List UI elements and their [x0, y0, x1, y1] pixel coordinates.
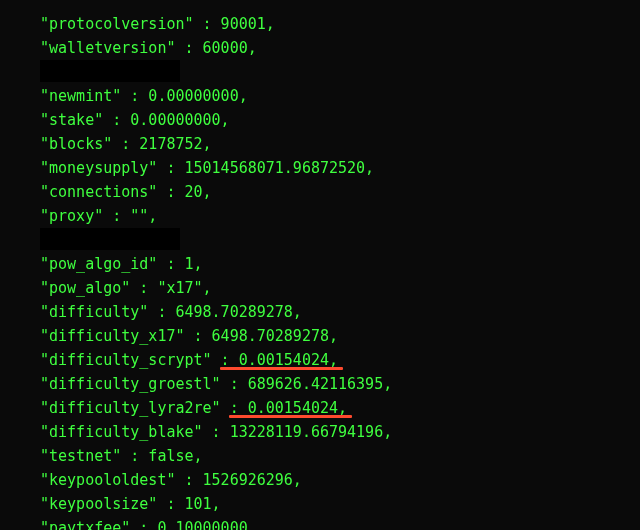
json-line: "difficulty_lyra2re" : 0.00154024, [40, 396, 640, 420]
json-line: "moneysupply" : 15014568071.96872520, [40, 156, 640, 180]
json-line: "protocolversion" : 90001, [40, 12, 640, 36]
highlight-underline [229, 415, 352, 418]
json-line: "newmint" : 0.00000000, [40, 84, 640, 108]
json-line: "proxy" : "", [40, 204, 640, 228]
json-line: "pow_algo" : "x17", [40, 276, 640, 300]
json-line [40, 228, 640, 252]
json-line: "keypoolsize" : 101, [40, 492, 640, 516]
json-line: "difficulty_scrypt" : 0.00154024, [40, 348, 640, 372]
highlight-underline [220, 367, 343, 370]
json-line: "keypoololdest" : 1526926296, [40, 468, 640, 492]
json-line: "difficulty_groestl" : 689626.42116395, [40, 372, 640, 396]
json-line: "pow_algo_id" : 1, [40, 252, 640, 276]
terminal-output: "protocolversion" : 90001,"walletversion… [40, 12, 640, 530]
json-line: "testnet" : false, [40, 444, 640, 468]
json-line: "difficulty" : 6498.70289278, [40, 300, 640, 324]
json-line: "walletversion" : 60000, [40, 36, 640, 60]
json-line: "blocks" : 2178752, [40, 132, 640, 156]
json-line: "difficulty_x17" : 6498.70289278, [40, 324, 640, 348]
json-line: "stake" : 0.00000000, [40, 108, 640, 132]
json-line: "difficulty_blake" : 13228119.66794196, [40, 420, 640, 444]
json-line [40, 60, 640, 84]
json-line: "connections" : 20, [40, 180, 640, 204]
json-line: "paytxfee" : 0.10000000, [40, 516, 640, 530]
